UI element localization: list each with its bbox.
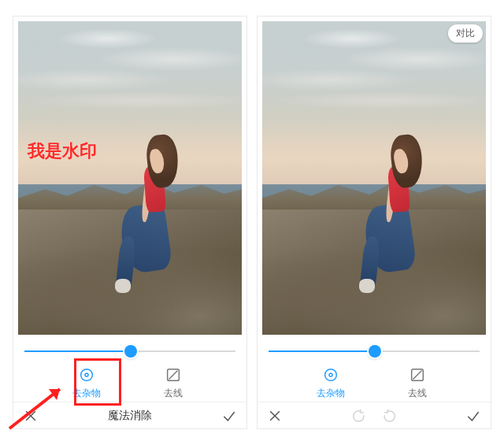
compare-button[interactable]: 对比 — [448, 24, 483, 43]
svg-line-3 — [169, 371, 178, 380]
diagonal-square-icon — [409, 366, 426, 384]
tool-label: 去杂物 — [72, 387, 101, 400]
tool-remove-line[interactable]: 去线 — [395, 363, 439, 400]
photo-area[interactable]: 我是水印 — [13, 17, 246, 339]
photo-after — [262, 21, 486, 335]
redo-button[interactable] — [381, 408, 397, 424]
slider-fill — [24, 350, 131, 352]
tool-label: 去杂物 — [317, 387, 345, 400]
bottom-bar: 魔法消除 — [13, 402, 246, 428]
tool-row: 去杂物 去线 — [13, 363, 246, 402]
tool-remove-object[interactable]: 去杂物 — [309, 363, 353, 400]
brush-size-slider[interactable] — [13, 341, 246, 362]
brush-size-slider[interactable] — [258, 341, 491, 362]
slider-thumb[interactable] — [369, 345, 381, 358]
close-button[interactable] — [23, 408, 39, 424]
editor-panel-before: 我是水印 去杂物 去线 — [13, 16, 247, 429]
confirm-button[interactable] — [465, 408, 481, 424]
svg-point-6 — [325, 369, 337, 381]
photo-area[interactable]: 对比 — [258, 17, 491, 339]
bottom-bar — [258, 402, 491, 428]
confirm-button[interactable] — [221, 408, 237, 424]
tool-label: 去线 — [408, 387, 427, 400]
diagonal-square-icon — [165, 366, 182, 384]
photo-before: 我是水印 — [18, 21, 242, 335]
close-button[interactable] — [267, 408, 283, 424]
editor-panel-after: 对比 去杂物 去线 — [257, 16, 491, 429]
watermark-text: 我是水印 — [28, 139, 97, 163]
undo-button[interactable] — [351, 408, 367, 424]
target-icon — [322, 366, 339, 384]
slider-fill — [269, 350, 375, 352]
mode-title: 魔法消除 — [108, 409, 152, 423]
tool-row: 去杂物 去线 — [258, 363, 491, 402]
tool-remove-line[interactable]: 去线 — [151, 363, 195, 400]
slider-thumb[interactable] — [124, 345, 137, 358]
target-icon — [78, 366, 95, 384]
tool-remove-object[interactable]: 去杂物 — [65, 363, 109, 400]
tool-label: 去线 — [164, 387, 183, 400]
svg-point-0 — [81, 369, 93, 381]
svg-point-7 — [329, 373, 332, 376]
comparison-stage: 我是水印 去杂物 去线 — [0, 0, 504, 445]
svg-line-9 — [413, 371, 422, 380]
svg-point-1 — [85, 373, 88, 376]
